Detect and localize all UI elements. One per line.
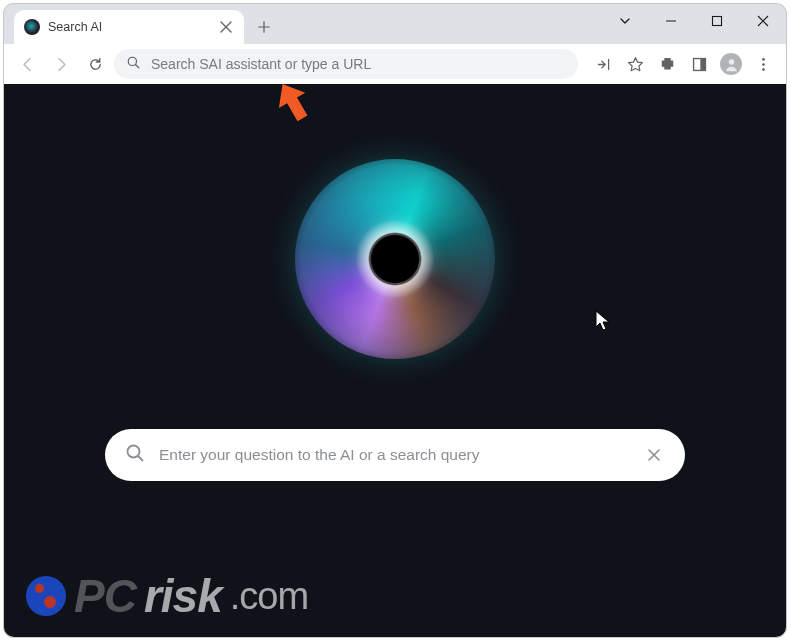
address-bar[interactable]: Search SAI assistant or type a URL: [114, 49, 578, 79]
page-search-bar[interactable]: [105, 429, 685, 481]
browser-window: Search AI: [4, 4, 786, 637]
svg-point-1: [128, 57, 136, 65]
hero-logo: [295, 159, 495, 359]
profile-button[interactable]: [716, 49, 746, 79]
watermark-text-risk: risk: [144, 569, 222, 623]
tab-favicon: [24, 19, 40, 35]
svg-point-6: [762, 63, 765, 66]
svg-point-7: [762, 68, 765, 71]
sidepanel-button[interactable]: [684, 49, 714, 79]
svg-rect-3: [700, 58, 705, 70]
watermark-logo-icon: [26, 576, 66, 616]
svg-point-5: [762, 58, 765, 61]
toolbar: Search SAI assistant or type a URL: [4, 44, 786, 84]
search-icon: [126, 55, 141, 73]
share-button[interactable]: [588, 49, 618, 79]
reload-button[interactable]: [80, 49, 110, 79]
bookmark-button[interactable]: [620, 49, 650, 79]
page-search-input[interactable]: [159, 446, 629, 464]
svg-rect-0: [713, 17, 722, 26]
chevron-down-icon[interactable]: [602, 4, 648, 38]
back-button[interactable]: [12, 49, 42, 79]
maximize-button[interactable]: [694, 4, 740, 38]
watermark-text-com: .com: [230, 575, 308, 618]
clear-icon[interactable]: [643, 444, 665, 466]
close-icon[interactable]: [218, 19, 234, 35]
window-controls: [602, 4, 786, 38]
forward-button[interactable]: [46, 49, 76, 79]
new-tab-button[interactable]: [250, 13, 278, 41]
svg-point-8: [128, 446, 140, 458]
search-icon: [125, 443, 145, 467]
menu-button[interactable]: [748, 49, 778, 79]
window-close-button[interactable]: [740, 4, 786, 38]
extensions-button[interactable]: [652, 49, 682, 79]
address-bar-placeholder: Search SAI assistant or type a URL: [151, 56, 566, 72]
profile-icon: [720, 53, 742, 75]
watermark: PCrisk.com: [26, 569, 308, 623]
browser-tab[interactable]: Search AI: [14, 10, 244, 44]
svg-point-4: [728, 59, 733, 64]
page-content: PCrisk.com: [4, 84, 786, 637]
watermark-text-pc: PC: [74, 569, 136, 623]
tab-title: Search AI: [48, 20, 210, 34]
titlebar: Search AI: [4, 4, 786, 44]
vortex-image: [295, 159, 495, 359]
toolbar-right-icons: [588, 49, 778, 79]
minimize-button[interactable]: [648, 4, 694, 38]
